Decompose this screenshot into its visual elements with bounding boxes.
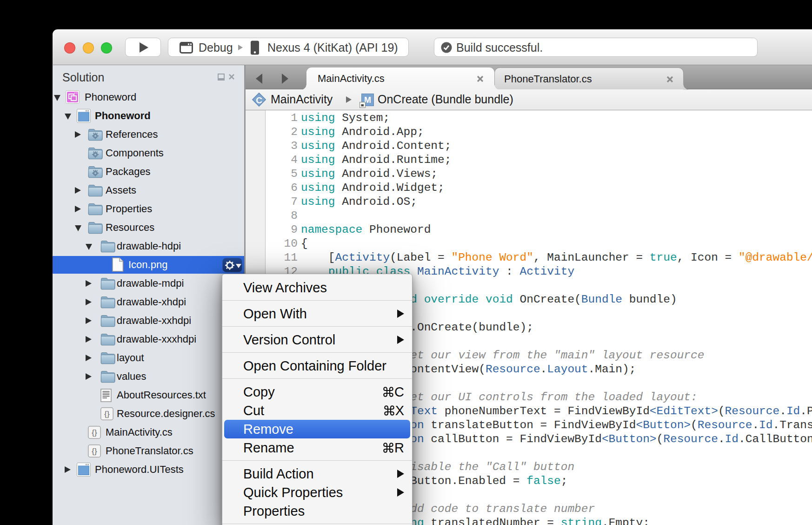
svg-text:{}: {} (104, 410, 110, 418)
svg-text:C: C (256, 95, 262, 105)
svg-text:{}: {} (92, 447, 97, 456)
svg-text:{}: {} (92, 428, 97, 437)
